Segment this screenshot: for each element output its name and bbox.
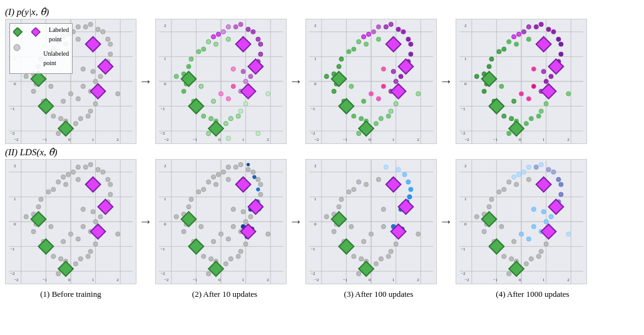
svg-text:2: 2	[464, 163, 467, 168]
svg-point-567	[544, 219, 548, 224]
svg-point-122	[258, 42, 263, 46]
svg-point-422	[212, 239, 216, 244]
svg-point-395	[187, 205, 191, 209]
svg-point-25	[88, 109, 93, 113]
svg-text:0: 0	[68, 137, 71, 142]
svg-point-419	[226, 165, 230, 169]
svg-text:−1: −1	[42, 137, 47, 142]
svg-point-542	[526, 177, 531, 182]
chart-2-4-svg: 2 1 0 −1 −2 −2 −1 0 1 2	[456, 160, 586, 284]
svg-point-409	[233, 165, 238, 169]
svg-point-423	[231, 207, 235, 212]
svg-point-256	[519, 91, 523, 96]
svg-point-184	[381, 84, 386, 88]
svg-point-173	[389, 109, 393, 113]
chart-1-1: Labeled point Unlabeled point	[5, 19, 136, 144]
svg-text:−1: −1	[342, 277, 347, 282]
svg-text:0: 0	[464, 222, 467, 227]
svg-point-407	[256, 177, 260, 182]
svg-point-115	[233, 24, 238, 29]
svg-point-314	[31, 229, 36, 234]
chart-2-2-svg: 2 1 0 −1 −2 −2 −1 0 1 2	[156, 160, 286, 284]
svg-point-320	[56, 180, 61, 184]
svg-point-99	[207, 39, 211, 44]
svg-point-565	[519, 232, 523, 236]
svg-point-190	[384, 24, 388, 29]
svg-text:−2: −2	[160, 271, 165, 276]
svg-point-329	[68, 232, 73, 236]
svg-point-277	[531, 67, 536, 71]
svg-point-134	[256, 131, 260, 136]
caption-1: (1) Before training	[5, 289, 136, 299]
svg-point-509	[396, 167, 401, 172]
svg-point-383	[226, 177, 230, 182]
svg-point-52	[76, 24, 80, 29]
svg-marker-0	[13, 28, 22, 36]
svg-point-246	[539, 109, 543, 113]
svg-point-183	[369, 91, 373, 96]
arrow-1-1: →	[139, 73, 153, 90]
svg-point-168	[332, 89, 336, 93]
svg-text:1: 1	[314, 56, 317, 61]
svg-point-181	[386, 114, 391, 118]
chart-1-2-svg: 2 1 0 −1 −2 −2 −1 0 1 2	[156, 19, 286, 143]
chart-2-3: 2 1 0 −1 −2 −2 −1 0 1 2	[305, 159, 437, 284]
svg-text:1: 1	[543, 277, 545, 282]
svg-point-553	[497, 190, 501, 194]
svg-point-573	[521, 170, 526, 174]
svg-point-513	[384, 165, 388, 169]
svg-point-34	[93, 101, 98, 106]
svg-point-273	[526, 24, 531, 29]
svg-point-130	[174, 75, 178, 79]
svg-point-319	[88, 249, 93, 254]
svg-point-261	[556, 37, 561, 41]
svg-point-497	[357, 272, 361, 276]
svg-point-427	[241, 210, 245, 214]
svg-point-237	[526, 37, 531, 41]
svg-point-351	[24, 215, 28, 219]
svg-point-496	[416, 232, 421, 236]
svg-point-394	[197, 190, 201, 194]
caption-3: (3) After 100 updates	[313, 289, 444, 299]
svg-point-571	[546, 167, 551, 172]
svg-point-548	[502, 254, 506, 259]
svg-point-507	[406, 180, 411, 184]
svg-point-274	[516, 32, 521, 36]
svg-point-550	[529, 257, 533, 261]
arrow-2-3: →	[439, 214, 453, 230]
svg-text:1: 1	[392, 137, 395, 142]
svg-point-108	[218, 91, 223, 96]
row1-content: Labeled point Unlabeled point	[5, 19, 639, 144]
svg-point-125	[226, 24, 230, 29]
svg-point-253	[524, 121, 528, 126]
svg-point-312	[39, 197, 43, 202]
svg-point-176	[337, 64, 341, 69]
svg-point-328	[93, 242, 98, 246]
svg-point-585	[541, 210, 546, 214]
svg-point-439	[253, 175, 257, 179]
svg-point-330	[81, 224, 85, 229]
svg-text:2: 2	[267, 277, 269, 282]
svg-point-387	[181, 229, 186, 234]
svg-point-508	[402, 172, 407, 177]
svg-point-421	[199, 224, 203, 229]
svg-marker-2	[31, 28, 40, 36]
svg-text:2: 2	[267, 137, 269, 142]
svg-point-336	[83, 165, 88, 169]
svg-point-89	[226, 37, 230, 41]
svg-point-174	[357, 39, 361, 44]
svg-point-264	[521, 29, 526, 34]
svg-point-566	[531, 224, 536, 229]
svg-point-580	[551, 170, 556, 174]
svg-point-310	[76, 177, 80, 182]
svg-point-278	[474, 75, 479, 79]
svg-text:1: 1	[314, 197, 317, 202]
svg-text:−2: −2	[10, 131, 15, 136]
svg-point-3	[14, 44, 20, 51]
svg-text:1: 1	[464, 197, 467, 202]
svg-point-133	[241, 70, 245, 74]
svg-text:0: 0	[14, 222, 16, 227]
svg-text:−2: −2	[164, 137, 169, 142]
svg-point-128	[212, 99, 216, 103]
svg-text:2: 2	[417, 137, 419, 142]
